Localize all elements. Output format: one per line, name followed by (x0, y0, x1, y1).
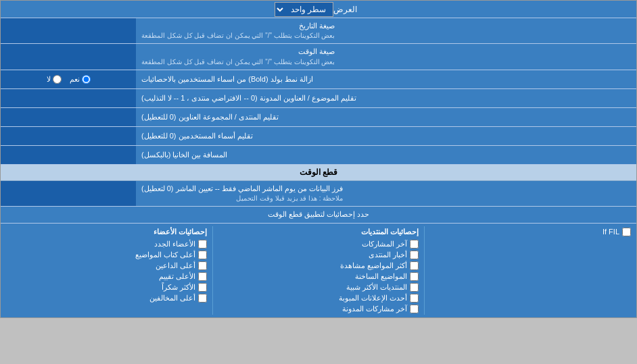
cutoff-row: فرز البيانات من يوم الماشر الماضي فقط --… (1, 181, 636, 207)
display-dropdown[interactable]: سطر واحدسطرينثلاثة أسطر (275, 2, 333, 17)
bold-remove-label: ازالة نمط بولد (Bold) من اسماء المستخدمي… (136, 70, 636, 88)
time-format-input-wrapper: H:i (1, 44, 136, 69)
col1-header: إحصائيات الأعضاء (6, 228, 207, 236)
main-container: العرض سطر واحدسطرينثلاثة أسطر صيغة التار… (0, 0, 637, 318)
stats-header-row: حدد إحصائيات لتطبيق قطع الوقت (1, 207, 636, 223)
topic-limit-row: تقليم الموضوع / العناوين المدونة (0 -- ا… (1, 89, 636, 108)
checkbox-item-forum-news: أخبار المنتدى (218, 251, 419, 259)
checkbox-last-posts[interactable] (410, 240, 419, 249)
user-limit-row: تقليم أسماء المستخدمين (0 للتعطيل) 0 (1, 127, 636, 146)
checkbox-col-1: إحصائيات الأعضاء الأعضاء الجدد أعلى كتاب… (1, 226, 212, 315)
checkbox-new-members[interactable] (198, 240, 207, 249)
checkbox-classified-ads[interactable] (410, 294, 419, 303)
forum-limit-row: تقليم المنتدى / المجموعة العناوين (0 للت… (1, 108, 636, 127)
checkbox-most-viewed[interactable] (410, 261, 419, 270)
bold-remove-row: ازالة نمط بولد (Bold) من اسماء المستخدمي… (1, 70, 636, 89)
user-limit-label: تقليم أسماء المستخدمين (0 للتعطيل) (136, 127, 636, 145)
checkbox-item-most-viewed: أكثر المواضيع مشاهدة (218, 261, 419, 270)
checkbox-top-rated[interactable] (198, 272, 207, 281)
topic-limit-input[interactable]: 33 (5, 93, 132, 103)
time-format-row: صيغة الوقت بعض التكوينات يتطلب "/" التي … (1, 44, 636, 70)
col-divider-2 (212, 226, 213, 315)
date-format-input[interactable]: d-m (5, 26, 132, 36)
user-limit-input-wrapper: 0 (1, 127, 136, 145)
checkbox-item-classified-ads: أحدث الإعلانات المبوبة (218, 294, 419, 303)
checkbox-item-new-members: الأعضاء الجدد (6, 240, 207, 249)
checkbox-item-top-inviters: أعلى الداعين (6, 261, 207, 270)
checkboxes-area: If FIL إحصائيات المنتديات آخر المشاركات … (1, 224, 636, 317)
checkbox-top-inviters[interactable] (198, 261, 207, 270)
checkbox-forum-news[interactable] (410, 251, 419, 259)
checkbox-item-top-violators: أعلى المخالفين (6, 294, 207, 303)
forum-limit-input[interactable]: 33 (5, 112, 132, 122)
checkbox-iffil[interactable] (622, 228, 631, 236)
radio-yes-label[interactable]: نعم (70, 75, 91, 84)
date-format-label: صيغة التاريخ بعض التكوينات يتطلب "/" الت… (136, 18, 636, 43)
checkbox-item-most-thanked: الأكثر شكراً (6, 283, 207, 292)
checkbox-item-top-writers: أعلى كتاب المواضيع (6, 251, 207, 259)
checkbox-most-similar[interactable] (410, 283, 419, 292)
date-format-row: صيغة التاريخ بعض التكوينات يتطلب "/" الت… (1, 18, 636, 44)
space-between-row: المسافة بين الخانيا (بالبكسل) 2 (1, 146, 636, 165)
forum-limit-label: تقليم المنتدى / المجموعة العناوين (0 للت… (136, 108, 636, 126)
checkbox-col-3: If FIL (425, 226, 636, 315)
user-limit-input[interactable]: 0 (5, 131, 132, 140)
date-format-input-wrapper: d-m (1, 18, 136, 43)
col-divider-1 (424, 226, 425, 315)
checkbox-item-iffil: If FIL (430, 228, 631, 236)
header-row: العرض سطر واحدسطرينثلاثة أسطر (1, 1, 636, 18)
bold-remove-input-wrapper: نعم لا (1, 70, 136, 88)
time-format-label: صيغة الوقت بعض التكوينات يتطلب "/" التي … (136, 44, 636, 69)
space-between-label: المسافة بين الخانيا (بالبكسل) (136, 146, 636, 164)
topic-limit-label: تقليم الموضوع / العناوين المدونة (0 -- ا… (136, 89, 636, 107)
cutoff-section-header: قطع الوقت (1, 165, 636, 181)
time-format-input[interactable]: H:i (5, 52, 132, 61)
checkbox-item-top-rated: الأعلى تقييم (6, 272, 207, 281)
checkbox-most-thanked[interactable] (198, 283, 207, 292)
col2-header: إحصائيات المنتديات (218, 228, 419, 236)
radio-no-label[interactable]: لا (47, 75, 62, 84)
space-between-input-wrapper: 2 (1, 146, 136, 164)
checkbox-item-blog-posts: آخر مشاركات المدونة (218, 305, 419, 313)
cutoff-input[interactable]: 0 (5, 188, 132, 198)
cutoff-input-wrapper: 0 (1, 181, 136, 206)
checkbox-item-most-similar: المنتديات الأكثر شبية (218, 283, 419, 292)
checkbox-blog-posts[interactable] (410, 305, 419, 313)
checkbox-top-violators[interactable] (198, 294, 207, 303)
checkbox-item-last-posts: آخر المشاركات (218, 240, 419, 249)
checkbox-col-2: إحصائيات المنتديات آخر المشاركات أخبار ا… (213, 226, 425, 315)
stats-header-label: حدد إحصائيات لتطبيق قطع الوقت (1, 207, 636, 222)
radio-yes[interactable] (82, 75, 91, 84)
checkbox-top-writers[interactable] (198, 251, 207, 259)
cutoff-label: فرز البيانات من يوم الماشر الماضي فقط --… (136, 181, 636, 206)
topic-limit-input-wrapper: 33 (1, 89, 136, 107)
forum-limit-input-wrapper: 33 (1, 108, 136, 126)
space-between-input[interactable]: 2 (5, 150, 132, 159)
checkbox-hot-topics[interactable] (410, 272, 419, 281)
checkbox-item-hot-topics: المواضيع الساخنة (218, 272, 419, 281)
header-label: العرض (333, 5, 357, 14)
radio-no[interactable] (53, 75, 62, 84)
